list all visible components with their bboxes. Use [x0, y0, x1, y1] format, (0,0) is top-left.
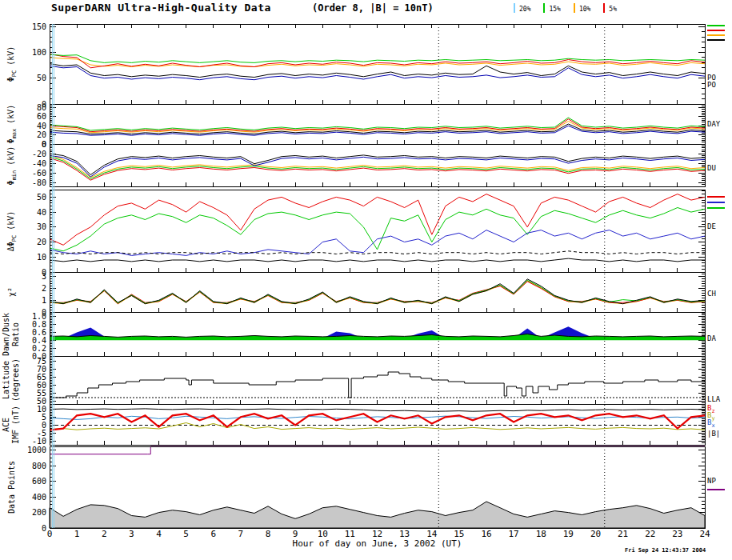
series-black	[50, 154, 705, 175]
y-minor-ticks	[50, 312, 705, 356]
y-tick-label: 400	[32, 493, 46, 502]
y-tick-label: 0	[42, 524, 46, 533]
x-axis-title: Hour of day on June, 3 2002 (UT)	[50, 538, 705, 549]
y-tick-label: -20	[32, 150, 46, 158]
panel-delta-phi-pc: 01020304050	[37, 190, 705, 277]
series-black-solid	[50, 258, 705, 262]
panel-phi-max: 020406080	[37, 103, 705, 148]
y-tick-label: -10	[32, 437, 46, 446]
y-tick-label: 40	[37, 208, 46, 217]
panel-phi-min: -80-60-40-200	[32, 140, 705, 187]
y-tick-label: 60	[37, 381, 46, 390]
right-legend-dash	[707, 39, 725, 41]
panel-ylabel-delta-phi-pc: ΔΦPC (kV)	[6, 210, 18, 251]
x-hour-ticks	[50, 441, 705, 445]
x-hour-ticks	[50, 268, 705, 272]
right-label-b: |B|	[707, 430, 720, 438]
right-edge-labels: POPODAYDUDECHDALLABzByBx|B|NP	[706, 0, 732, 560]
y-minor-ticks	[50, 272, 705, 312]
x-hour-ticks	[50, 400, 705, 404]
right-label-du: DU	[707, 164, 716, 172]
x-hour-ticks	[50, 140, 705, 144]
y-tick-label: 3	[42, 272, 46, 281]
panel-border	[50, 404, 705, 445]
series-green	[50, 280, 705, 303]
y-tick-label: 600	[32, 477, 46, 486]
panel-ylabel-chi-squared: χ²	[7, 287, 17, 297]
panel-chi-squared: 0123	[42, 272, 705, 317]
superdarn-plot-page: SuperDARN Ultra-High-Quality Data (Order…	[0, 0, 732, 560]
y-minor-ticks	[50, 144, 705, 186]
series-dawn-green-area	[50, 334, 705, 341]
y-tick-label: 0.6	[32, 328, 46, 337]
y-tick-label: 20	[37, 238, 46, 246]
panel-border	[50, 272, 705, 312]
panel-ylabel-data-points: Data Points	[7, 461, 17, 514]
panel-ylabel-ace-imf: ACEIMF (nT)	[2, 405, 20, 443]
plot-timestamp: Fri Sep 24 12:43:37 2004	[625, 547, 706, 554]
series-red	[50, 119, 705, 132]
series-red	[50, 194, 705, 246]
panel-data-points: 02004006008001000	[27, 446, 705, 532]
series-green-15pct	[50, 54, 705, 62]
y-tick-label: 0.8	[32, 320, 46, 329]
right-legend-dash	[707, 489, 725, 490]
right-legend-dash	[707, 207, 725, 209]
y-tick-label: -60	[32, 169, 46, 178]
right-legend-dash	[707, 30, 725, 31]
panel-ylabel-phi-min: Φmin (kV)	[6, 146, 18, 185]
y-tick-label: 55	[37, 389, 46, 398]
right-label-ch: CH	[707, 290, 716, 298]
y-tick-label: 10	[37, 253, 46, 262]
panel-dawn-dusk-ratio: 0.00.20.40.60.81.0	[32, 312, 705, 361]
right-legend-dash	[707, 196, 725, 198]
y-tick-label: 200	[32, 508, 46, 517]
x-hour-ticks	[50, 308, 705, 312]
y-tick-label: 0.4	[32, 336, 46, 345]
right-label-de: DE	[707, 222, 716, 230]
right-legend-dash	[707, 25, 725, 26]
right-label-day: DAY	[707, 120, 720, 128]
right-label-da: DA	[707, 334, 716, 342]
right-label-lla: LLA	[707, 395, 720, 403]
y-tick-label: 20	[37, 130, 46, 139]
panel-border	[50, 312, 705, 356]
x-hour-ticks	[50, 352, 705, 356]
y-tick-label: -40	[32, 159, 46, 168]
series-green	[50, 208, 705, 251]
series-latitude-step	[50, 372, 705, 398]
y-tick-label: 0.2	[32, 344, 46, 353]
y-minor-ticks	[50, 404, 705, 445]
y-tick-label: 1.0	[32, 312, 46, 321]
series-btot-black	[50, 409, 705, 411]
x-hour-ticks	[50, 182, 705, 186]
plot-canvas: 050100150020406080-80-60-40-200010203040…	[0, 0, 732, 560]
y-tick-label: 1	[42, 296, 46, 305]
right-label-bx: Bx	[707, 418, 715, 429]
y-tick-label: 50	[37, 74, 46, 82]
series-orange	[50, 281, 705, 304]
y-tick-label: 0	[42, 140, 46, 149]
series-orange	[50, 155, 705, 178]
y-tick-label: 800	[32, 462, 46, 470]
series-black	[50, 279, 705, 304]
y-tick-label: 1000	[27, 446, 46, 454]
panel-border	[50, 104, 705, 144]
y-minor-ticks	[50, 104, 705, 144]
y-tick-label: 70	[37, 365, 46, 374]
panel-ylabel-latitude: Latitude(degrees)	[2, 358, 20, 402]
y-tick-label: 80	[37, 103, 46, 112]
series-by-olive	[50, 423, 705, 430]
right-legend-dash	[707, 34, 725, 36]
panel-border	[50, 144, 705, 186]
y-tick-label: 40	[37, 122, 46, 130]
y-tick-label: 50	[37, 193, 46, 202]
right-legend-dash	[707, 202, 725, 203]
y-tick-label: 65	[37, 373, 46, 382]
y-tick-label: 5	[42, 413, 46, 422]
y-tick-label: 150	[32, 22, 46, 31]
y-tick-label: 60	[37, 112, 46, 121]
time-guides	[52, 24, 604, 528]
panel-phi-pc: 050100150	[32, 22, 705, 109]
panel-ylabel-phi-max: Φmax (kV)	[6, 105, 18, 144]
